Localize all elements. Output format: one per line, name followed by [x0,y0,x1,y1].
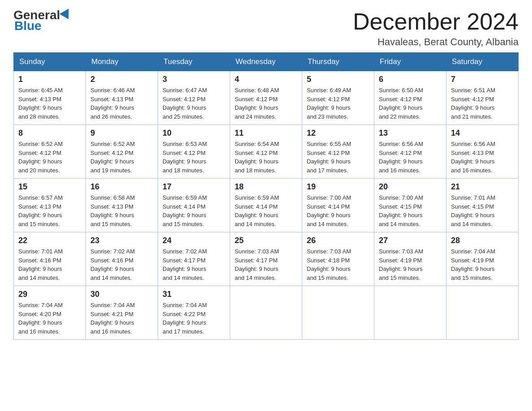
day-info: Sunrise: 6:53 AMSunset: 4:12 PMDaylight:… [163,141,207,174]
day-info: Sunrise: 7:00 AMSunset: 4:15 PMDaylight:… [379,194,423,227]
calendar-cell: 3 Sunrise: 6:47 AMSunset: 4:12 PMDayligh… [158,71,230,125]
calendar-cell: 5 Sunrise: 6:49 AMSunset: 4:12 PMDayligh… [302,71,374,125]
calendar-cell [446,286,519,340]
day-number: 28 [451,236,514,245]
calendar-cell: 12 Sunrise: 6:55 AMSunset: 4:12 PMDaylig… [302,125,374,179]
calendar-cell: 26 Sunrise: 7:03 AMSunset: 4:18 PMDaylig… [302,232,374,286]
day-number: 22 [18,236,81,245]
day-number: 30 [90,290,153,299]
calendar-cell: 1 Sunrise: 6:45 AMSunset: 4:13 PMDayligh… [14,71,86,125]
col-wednesday: Wednesday [230,53,302,71]
day-info: Sunrise: 7:00 AMSunset: 4:14 PMDaylight:… [307,194,351,227]
col-friday: Friday [374,53,446,71]
calendar-cell: 31 Sunrise: 7:04 AMSunset: 4:22 PMDaylig… [158,286,230,340]
day-number: 12 [307,128,369,138]
calendar-cell: 2 Sunrise: 6:46 AMSunset: 4:13 PMDayligh… [86,71,158,125]
day-number: 3 [163,75,225,84]
title-section: December 2024 Havaleas, Berat County, Al… [353,9,519,48]
calendar-cell: 4 Sunrise: 6:48 AMSunset: 4:12 PMDayligh… [230,71,302,125]
day-number: 24 [163,236,225,245]
day-info: Sunrise: 7:01 AMSunset: 4:16 PMDaylight:… [18,248,63,281]
day-number: 10 [163,128,225,138]
calendar-row-3: 15 Sunrise: 6:57 AMSunset: 4:13 PMDaylig… [14,179,519,232]
calendar-cell: 6 Sunrise: 6:50 AMSunset: 4:12 PMDayligh… [374,71,446,125]
col-saturday: Saturday [446,53,519,71]
day-info: Sunrise: 6:47 AMSunset: 4:12 PMDaylight:… [163,87,207,120]
day-info: Sunrise: 7:04 AMSunset: 4:19 PMDaylight:… [451,248,495,281]
day-info: Sunrise: 6:52 AMSunset: 4:12 PMDaylight:… [18,141,63,174]
day-number: 11 [235,128,297,138]
day-info: Sunrise: 7:03 AMSunset: 4:18 PMDaylight:… [307,248,351,281]
calendar-cell: 28 Sunrise: 7:04 AMSunset: 4:19 PMDaylig… [446,232,519,286]
calendar-cell: 18 Sunrise: 6:59 AMSunset: 4:14 PMDaylig… [230,179,302,232]
day-number: 17 [163,182,225,192]
day-info: Sunrise: 7:04 AMSunset: 4:22 PMDaylight:… [163,302,207,335]
logo-blue-text: Blue [14,19,42,33]
calendar-cell: 25 Sunrise: 7:03 AMSunset: 4:17 PMDaylig… [230,232,302,286]
day-number: 31 [163,290,225,299]
calendar-cell [230,286,302,340]
day-number: 4 [235,75,297,84]
location-subtitle: Havaleas, Berat County, Albania [353,36,519,48]
calendar-row-4: 22 Sunrise: 7:01 AMSunset: 4:16 PMDaylig… [14,232,519,286]
day-info: Sunrise: 6:55 AMSunset: 4:12 PMDaylight:… [307,141,351,174]
col-sunday: Sunday [14,53,86,71]
day-number: 16 [90,182,153,192]
day-number: 20 [379,182,442,192]
day-number: 27 [379,236,442,245]
col-monday: Monday [86,53,158,71]
day-info: Sunrise: 6:50 AMSunset: 4:12 PMDaylight:… [379,87,423,120]
day-info: Sunrise: 7:03 AMSunset: 4:17 PMDaylight:… [235,248,279,281]
day-info: Sunrise: 6:56 AMSunset: 4:12 PMDaylight:… [379,141,423,174]
calendar-cell: 22 Sunrise: 7:01 AMSunset: 4:16 PMDaylig… [14,232,86,286]
day-info: Sunrise: 6:58 AMSunset: 4:13 PMDaylight:… [90,194,135,227]
day-number: 26 [307,236,369,245]
month-title: December 2024 [353,9,519,34]
day-info: Sunrise: 7:04 AMSunset: 4:20 PMDaylight:… [18,302,63,335]
calendar-cell: 21 Sunrise: 7:01 AMSunset: 4:15 PMDaylig… [446,179,519,232]
day-info: Sunrise: 6:51 AMSunset: 4:12 PMDaylight:… [451,87,495,120]
day-info: Sunrise: 7:03 AMSunset: 4:19 PMDaylight:… [379,248,423,281]
calendar-cell: 15 Sunrise: 6:57 AMSunset: 4:13 PMDaylig… [14,179,86,232]
day-number: 29 [18,290,81,299]
day-number: 15 [18,182,81,192]
calendar-cell: 24 Sunrise: 7:02 AMSunset: 4:17 PMDaylig… [158,232,230,286]
calendar-cell: 9 Sunrise: 6:52 AMSunset: 4:12 PMDayligh… [86,125,158,179]
calendar-row-2: 8 Sunrise: 6:52 AMSunset: 4:12 PMDayligh… [14,125,519,179]
day-number: 23 [90,236,153,245]
day-info: Sunrise: 6:52 AMSunset: 4:12 PMDaylight:… [90,141,135,174]
calendar-cell: 13 Sunrise: 6:56 AMSunset: 4:12 PMDaylig… [374,125,446,179]
logo-arrow-icon [60,9,73,21]
calendar-cell: 23 Sunrise: 7:02 AMSunset: 4:16 PMDaylig… [86,232,158,286]
calendar-header-row: Sunday Monday Tuesday Wednesday Thursday… [14,53,519,71]
calendar-table: Sunday Monday Tuesday Wednesday Thursday… [13,52,519,340]
day-info: Sunrise: 6:45 AMSunset: 4:13 PMDaylight:… [18,87,63,120]
day-info: Sunrise: 7:01 AMSunset: 4:15 PMDaylight:… [451,194,495,227]
calendar-cell [374,286,446,340]
day-number: 18 [235,182,297,192]
calendar-cell: 10 Sunrise: 6:53 AMSunset: 4:12 PMDaylig… [158,125,230,179]
day-number: 6 [379,75,442,84]
day-number: 1 [18,75,81,84]
calendar-cell [302,286,374,340]
day-info: Sunrise: 6:59 AMSunset: 4:14 PMDaylight:… [235,194,279,227]
col-tuesday: Tuesday [158,53,230,71]
col-thursday: Thursday [302,53,374,71]
calendar-row-5: 29 Sunrise: 7:04 AMSunset: 4:20 PMDaylig… [14,286,519,340]
calendar-cell: 7 Sunrise: 6:51 AMSunset: 4:12 PMDayligh… [446,71,519,125]
page-header: General Blue December 2024 Havaleas, Ber… [13,9,519,48]
calendar-cell: 17 Sunrise: 6:59 AMSunset: 4:14 PMDaylig… [158,179,230,232]
calendar-cell: 11 Sunrise: 6:54 AMSunset: 4:12 PMDaylig… [230,125,302,179]
day-number: 21 [451,182,514,192]
day-info: Sunrise: 7:02 AMSunset: 4:17 PMDaylight:… [163,248,207,281]
day-info: Sunrise: 6:59 AMSunset: 4:14 PMDaylight:… [163,194,207,227]
day-info: Sunrise: 7:04 AMSunset: 4:21 PMDaylight:… [90,302,135,335]
calendar-cell: 14 Sunrise: 6:56 AMSunset: 4:13 PMDaylig… [446,125,519,179]
day-number: 25 [235,236,297,245]
day-info: Sunrise: 6:49 AMSunset: 4:12 PMDaylight:… [307,87,351,120]
calendar-cell: 19 Sunrise: 7:00 AMSunset: 4:14 PMDaylig… [302,179,374,232]
day-number: 13 [379,128,442,138]
calendar-cell: 8 Sunrise: 6:52 AMSunset: 4:12 PMDayligh… [14,125,86,179]
day-info: Sunrise: 6:57 AMSunset: 4:13 PMDaylight:… [18,194,63,227]
calendar-row-1: 1 Sunrise: 6:45 AMSunset: 4:13 PMDayligh… [14,71,519,125]
